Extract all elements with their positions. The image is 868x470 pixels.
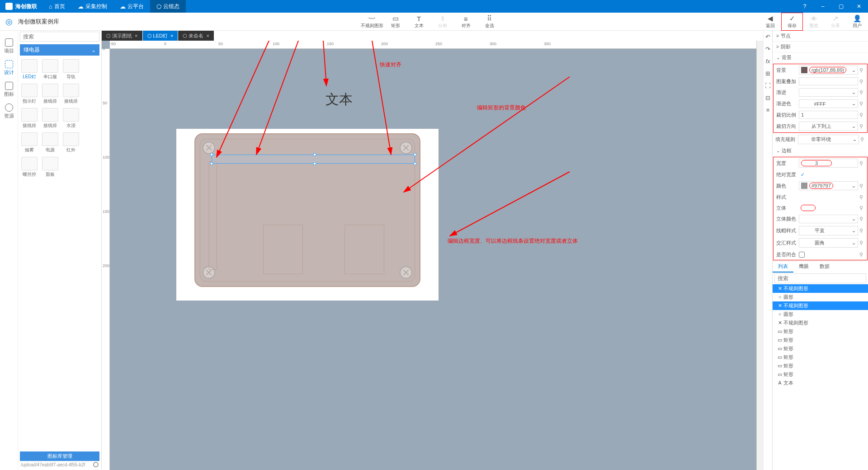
menu-home[interactable]: ⌂首页: [42, 0, 71, 13]
tool-不规则图形[interactable]: 〰不规则图形: [360, 14, 384, 29]
toolbar: 〰不规则图形▭矩形T文本⦀分布≡对齐⠿全选: [102, 13, 760, 31]
page-title: 海创微联案例库: [18, 18, 59, 26]
menu-collect[interactable]: ☁采集控制: [71, 0, 113, 13]
tool-对齐[interactable]: ≡对齐: [454, 14, 478, 29]
close-icon[interactable]: ✕: [850, 3, 868, 9]
window-controls: ? – ▢ ✕: [796, 3, 868, 9]
sublogo-icon: ◎: [0, 17, 18, 27]
toolright-返回[interactable]: ◀返回: [760, 13, 781, 31]
app-name: 海创微联: [15, 3, 37, 10]
toolright-预览[interactable]: 👁预览: [803, 13, 825, 31]
toolright-分享[interactable]: ↗分享: [825, 13, 846, 31]
toolright-用户[interactable]: 👤用户: [846, 13, 868, 31]
tool-全选[interactable]: ⠿全选: [478, 14, 501, 29]
tool-分布[interactable]: ⦀分布: [431, 14, 454, 29]
tool-文本[interactable]: T文本: [407, 14, 431, 29]
help-icon[interactable]: ?: [796, 3, 814, 9]
minimize-icon[interactable]: –: [814, 3, 832, 9]
menu-cloud[interactable]: ☁云平台: [113, 0, 150, 13]
menu-cfg[interactable]: ⬡云组态: [150, 0, 186, 13]
titlebar: 海创微联 ⌂首页 ☁采集控制 ☁云平台 ⬡云组态 ? – ▢ ✕: [0, 0, 868, 13]
toolright-保存[interactable]: ✓保存: [781, 13, 803, 31]
logo-icon: [5, 3, 13, 10]
app-logo: 海创微联: [0, 3, 42, 10]
toolbar-right: ◀返回✓保存👁预览↗分享👤用户: [760, 13, 868, 31]
maximize-icon[interactable]: ▢: [832, 3, 850, 9]
tool-矩形[interactable]: ▭矩形: [384, 14, 407, 29]
